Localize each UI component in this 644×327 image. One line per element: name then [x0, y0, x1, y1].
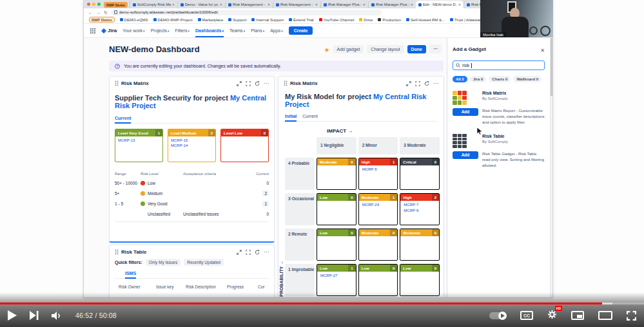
col-current[interactable]: Cur	[258, 285, 271, 289]
filter-wallboard[interactable]: Wallboard 0	[513, 76, 542, 82]
app-switcher-icon[interactable]	[90, 28, 95, 33]
filter-all[interactable]: All 2	[453, 76, 467, 82]
nav-teams[interactable]: Teams	[229, 28, 245, 33]
tab-initial[interactable]: Initial	[285, 114, 297, 122]
nav-your-work[interactable]: Your work	[122, 28, 144, 33]
bookmark[interactable]: DEMO-RMP-Project	[153, 18, 193, 22]
nav-dashboards[interactable]: Dashboards	[195, 28, 224, 33]
close-tab-icon[interactable]: ✕	[220, 3, 222, 6]
gadget-menu-icon[interactable]: ⋯	[264, 82, 269, 85]
issue-link[interactable]: MCRP-13	[118, 138, 160, 142]
address-bar[interactable]: demo-softcomply.atlassian.net/jira/dashb…	[111, 10, 382, 15]
change-layout-button[interactable]: Change layout	[367, 45, 404, 53]
play-icon[interactable]	[8, 310, 17, 321]
close-tab-icon[interactable]: ✕	[363, 3, 366, 6]
resize-icon[interactable]	[237, 250, 242, 255]
more-options-button[interactable]	[429, 44, 442, 53]
volume-icon[interactable]	[52, 312, 63, 320]
browser-tab[interactable]: Risk Manager Plus -...✕	[320, 1, 368, 8]
tab-current[interactable]: Current	[115, 116, 131, 124]
nav-projects[interactable]: Projects	[151, 28, 170, 33]
refresh-icon[interactable]	[255, 81, 260, 86]
tab-isms[interactable]: ISMS	[125, 271, 136, 279]
tab-current[interactable]: Current	[302, 114, 317, 121]
bookmark[interactable]: Production	[378, 18, 401, 22]
refresh-icon[interactable]	[255, 250, 260, 255]
browser-tab[interactable]: Risk Management - ...✕	[273, 1, 320, 8]
col-issue-key[interactable]: Issue key	[156, 285, 186, 289]
fullscreen-button[interactable]	[627, 311, 636, 321]
issue-link[interactable]: MCRP-15	[171, 138, 213, 142]
player-progress-bar[interactable]	[0, 303, 644, 304]
bookmark-folder[interactable]: RMP Demo	[89, 17, 115, 23]
issue-link[interactable]: MCRP-27	[320, 274, 353, 277]
bookmark[interactable]: Internal Support	[251, 18, 284, 22]
next-icon[interactable]	[30, 311, 39, 320]
theater-mode-button[interactable]	[598, 311, 612, 320]
issue-link[interactable]: MCRP-24	[362, 203, 395, 207]
gadget-search-input[interactable]: risk	[453, 61, 545, 70]
close-tab-icon[interactable]: ✕	[458, 3, 461, 6]
favorite-star-icon[interactable]	[324, 43, 330, 55]
col-progress[interactable]: Progress	[227, 285, 258, 289]
fullscreen-icon[interactable]	[415, 81, 420, 86]
browser-tab-active[interactable]: Edit - NEW-demo D...✕	[416, 1, 463, 8]
scrollbar-thumb[interactable]	[551, 38, 553, 96]
bookmark[interactable]: Extend Trial	[289, 18, 314, 22]
browser-tab[interactable]: SoftComply Risk Man...✕	[130, 1, 177, 8]
bookmark[interactable]: YouTube Channel	[319, 18, 355, 22]
jira-logo[interactable]: Jira	[101, 28, 117, 33]
col-risk-owner[interactable]: Risk Owner	[119, 285, 156, 289]
tab-group-label[interactable]: RMP Demo	[104, 2, 128, 8]
refresh-icon[interactable]	[424, 81, 429, 86]
minimize-window-icon[interactable]	[92, 3, 95, 6]
miniplayer-button[interactable]	[571, 311, 584, 320]
captions-button[interactable]: CC	[520, 311, 533, 320]
filter-only-my-issues[interactable]: Only My Issues	[146, 259, 181, 266]
add-gadget-button[interactable]: Add gadget	[333, 45, 364, 53]
autoplay-toggle[interactable]	[489, 312, 506, 319]
close-tab-icon[interactable]: ✕	[411, 3, 413, 6]
resize-icon[interactable]	[237, 81, 242, 86]
bookmark[interactable]: Trust | Atlassian	[450, 18, 482, 22]
close-window-icon[interactable]	[87, 3, 90, 6]
nav-plans[interactable]: Plans	[251, 28, 264, 33]
close-icon[interactable]	[540, 43, 545, 55]
bookmark[interactable]: Drive	[359, 18, 373, 22]
close-tab-icon[interactable]: ✕	[172, 3, 175, 6]
bookmark[interactable]: Support	[228, 18, 246, 22]
fullscreen-icon[interactable]	[246, 81, 251, 86]
drag-handle-icon[interactable]	[115, 80, 119, 86]
scrollbar[interactable]	[550, 38, 552, 297]
filter-jira[interactable]: Jira 0	[470, 76, 487, 82]
filter-charts[interactable]: Charts 0	[489, 76, 511, 82]
issue-link[interactable]: MCRP-5	[362, 167, 395, 171]
bookmark[interactable]: Marketplace	[198, 18, 224, 22]
gadget-menu-icon[interactable]: ⋯	[264, 251, 269, 254]
back-icon[interactable]: ←	[88, 10, 93, 15]
done-button[interactable]: Done	[407, 45, 427, 53]
drag-handle-icon[interactable]	[284, 80, 288, 86]
col-risk-description[interactable]: Risk Description	[186, 285, 227, 289]
filter-recently-updated[interactable]: Recently Updated	[184, 259, 224, 266]
add-risk-matrix-button[interactable]: Add	[453, 108, 478, 116]
browser-tab[interactable]: Risk Management - ...✕	[225, 1, 273, 8]
bookmark[interactable]: DEMO-eQMS	[120, 18, 148, 22]
issue-link[interactable]: MCRP-7	[404, 203, 436, 207]
browser-tab[interactable]: Risk Manager Plus -...✕	[368, 1, 416, 8]
nav-filters[interactable]: Filters	[175, 28, 190, 33]
gadget-menu-icon[interactable]: ⋯	[433, 82, 438, 85]
close-tab-icon[interactable]: ✕	[268, 3, 270, 6]
browser-tab[interactable]: Demo - Value for yo...✕	[177, 1, 225, 8]
nav-apps[interactable]: Apps	[270, 28, 282, 33]
resize-icon[interactable]	[406, 81, 411, 86]
add-risk-table-button[interactable]: Add	[453, 151, 478, 159]
create-button[interactable]: Create	[289, 26, 313, 35]
issue-link[interactable]: MCRP-14	[171, 144, 213, 147]
drag-handle-icon[interactable]	[115, 249, 119, 255]
site-info-icon[interactable]	[114, 10, 117, 14]
maximize-window-icon[interactable]	[97, 3, 101, 6]
settings-button[interactable]: HD	[547, 310, 557, 322]
issue-link[interactable]: MCRP-6	[404, 209, 436, 212]
forward-icon[interactable]: →	[96, 10, 101, 15]
